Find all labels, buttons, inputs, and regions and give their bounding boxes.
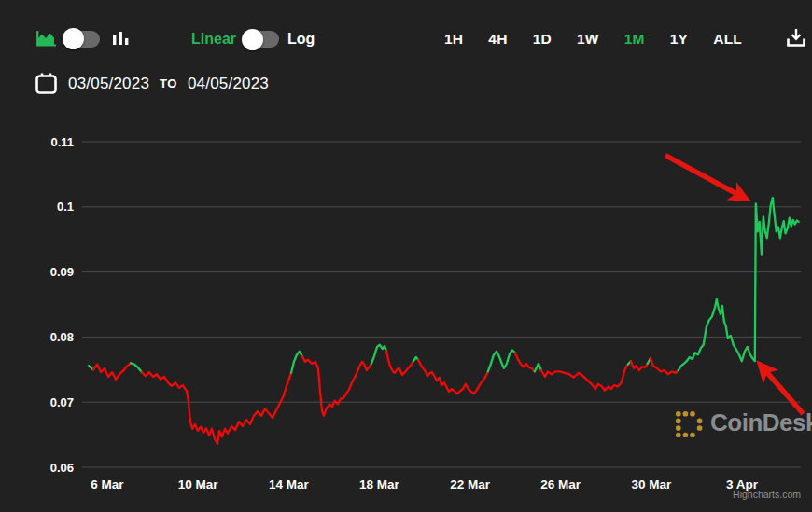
price-line-down-segment <box>302 356 371 416</box>
linear-label[interactable]: Linear <box>191 31 236 48</box>
price-line-down-segment <box>418 360 488 394</box>
start-date[interactable]: 03/05/2023 <box>68 75 149 93</box>
annotation-arrow <box>761 365 804 413</box>
coindesk-wordmark: CoinDesk <box>710 408 812 437</box>
download-button[interactable] <box>785 27 807 52</box>
calendar-icon <box>35 72 58 95</box>
chart-style-toggle[interactable] <box>65 31 100 48</box>
area-chart-icon[interactable] <box>35 29 57 48</box>
date-range-picker[interactable]: 03/05/2023 TO 04/05/2023 <box>35 72 269 95</box>
highcharts-credit[interactable]: Highcharts.com <box>0 489 801 500</box>
range-selector: 1H4H1D1W1M1YALL <box>444 29 742 49</box>
price-line-up-segment <box>131 363 142 372</box>
price-line-down-segment <box>515 353 535 371</box>
price-line-up-segment <box>488 350 515 371</box>
price-line-down-segment <box>93 363 131 380</box>
range-button-1h[interactable]: 1H <box>444 31 463 48</box>
bar-chart-icon[interactable] <box>111 29 130 48</box>
chart-style-controls <box>35 29 130 48</box>
y-axis-label: 0.09 <box>50 265 74 279</box>
range-button-1y[interactable]: 1Y <box>670 31 688 48</box>
coindesk-logo-icon <box>675 409 703 437</box>
price-line-up-segment <box>291 352 302 373</box>
y-axis-label: 0.07 <box>50 395 74 409</box>
price-line-down-segment <box>651 358 679 374</box>
price-line-up-segment <box>679 198 799 370</box>
range-button-4h[interactable]: 4H <box>488 31 507 48</box>
coindesk-watermark: CoinDesk <box>675 408 812 437</box>
range-button-all[interactable]: ALL <box>713 31 742 48</box>
end-date[interactable]: 04/05/2023 <box>188 75 269 93</box>
scale-toggle[interactable] <box>245 31 279 48</box>
y-axis-label: 0.11 <box>50 135 74 149</box>
price-line-down-segment <box>142 372 291 444</box>
annotation-arrow <box>665 156 746 199</box>
price-line-up-segment <box>371 345 386 364</box>
y-axis-label: 0.06 <box>50 461 74 475</box>
range-button-1m[interactable]: 1M <box>624 31 645 48</box>
toggle-knob <box>63 28 84 49</box>
y-axis-label: 0.08 <box>50 330 74 344</box>
price-line-down-segment <box>541 365 628 391</box>
range-button-1d[interactable]: 1D <box>533 31 552 48</box>
download-icon <box>785 27 807 48</box>
toggle-knob <box>242 29 263 50</box>
date-separator: TO <box>160 76 177 90</box>
range-button-1w[interactable]: 1W <box>577 31 599 48</box>
y-axis-label: 0.1 <box>57 200 74 214</box>
price-line-down-segment <box>631 361 648 370</box>
log-label[interactable]: Log <box>287 31 315 48</box>
scale-controls: Linear Log <box>191 31 315 48</box>
price-line-down-segment <box>386 351 413 375</box>
